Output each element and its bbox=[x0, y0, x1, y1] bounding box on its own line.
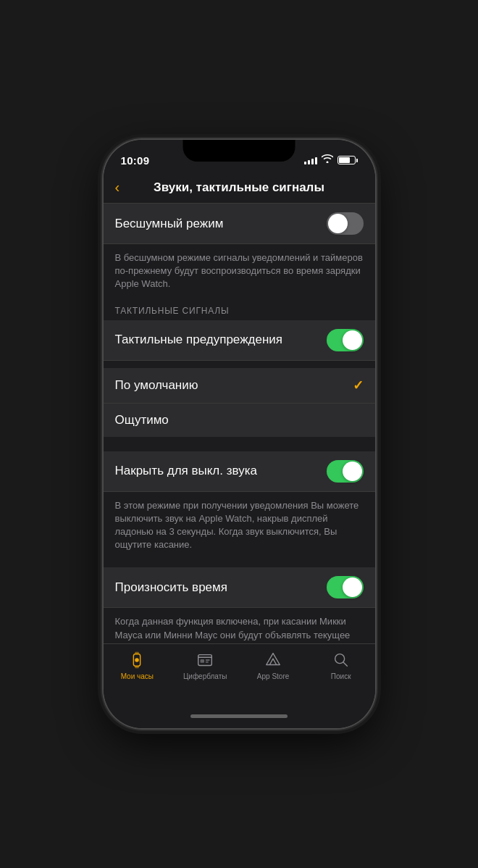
silent-mode-row[interactable]: Бесшумный режим bbox=[104, 204, 375, 244]
default-option-label: По умолчанию bbox=[115, 378, 198, 393]
svg-line-10 bbox=[343, 662, 347, 666]
haptic-alerts-toggle-knob bbox=[343, 330, 362, 350]
back-button[interactable]: ‹ bbox=[115, 180, 120, 196]
my-watch-icon bbox=[127, 650, 147, 670]
cover-to-mute-toggle[interactable] bbox=[327, 460, 364, 483]
svg-rect-8 bbox=[206, 662, 209, 663]
tab-app-store[interactable]: App Store bbox=[251, 650, 295, 680]
tab-watch-faces[interactable]: Циферблаты bbox=[183, 650, 227, 680]
home-bar bbox=[190, 714, 288, 718]
gap-3 bbox=[104, 560, 375, 567]
speak-time-row[interactable]: Произносить время bbox=[104, 567, 375, 608]
tab-watch-faces-label: Циферблаты bbox=[183, 672, 227, 680]
silent-mode-label: Бесшумный режим bbox=[115, 217, 224, 231]
svg-point-3 bbox=[135, 658, 140, 662]
svg-rect-2 bbox=[135, 665, 140, 668]
default-checkmark-icon: ✓ bbox=[353, 377, 364, 393]
haptic-alerts-row[interactable]: Тактильные предупреждения bbox=[104, 320, 375, 361]
watch-faces-icon bbox=[195, 650, 215, 670]
prominent-option-row[interactable]: Ощутимо bbox=[104, 404, 375, 437]
signal-icon bbox=[304, 156, 317, 164]
status-time: 10:09 bbox=[121, 154, 150, 167]
svg-rect-7 bbox=[206, 659, 210, 661]
cover-to-mute-toggle-knob bbox=[343, 462, 362, 481]
speak-time-description: Когда данная функция включена, при касан… bbox=[104, 608, 375, 643]
svg-rect-6 bbox=[201, 659, 205, 663]
phone-frame: 10:09 bbox=[104, 140, 375, 728]
phone-wrapper: 10:09 bbox=[0, 0, 478, 868]
gap-1 bbox=[104, 361, 375, 368]
svg-rect-1 bbox=[135, 652, 140, 655]
svg-point-9 bbox=[335, 654, 344, 664]
haptic-alerts-label: Тактильные предупреждения bbox=[115, 333, 282, 347]
speak-time-label: Произносить время bbox=[115, 580, 227, 595]
cover-to-mute-row[interactable]: Накрыть для выкл. звука bbox=[104, 451, 375, 492]
nav-bar: ‹ Звуки, тактильные сигналы bbox=[104, 172, 375, 204]
haptic-alerts-toggle[interactable] bbox=[327, 329, 364, 351]
tab-search-label: Поиск bbox=[331, 672, 351, 680]
prominent-option-label: Ощутимо bbox=[115, 413, 169, 427]
tab-search[interactable]: Поиск bbox=[319, 650, 363, 680]
gap-2 bbox=[104, 437, 375, 451]
status-icons bbox=[304, 155, 358, 165]
cover-to-mute-label: Накрыть для выкл. звука bbox=[115, 464, 257, 478]
notch bbox=[183, 140, 295, 162]
app-store-icon bbox=[263, 650, 283, 670]
silent-mode-toggle[interactable] bbox=[327, 212, 364, 235]
speak-time-toggle[interactable] bbox=[327, 576, 364, 598]
battery-icon bbox=[337, 156, 358, 164]
default-option-row[interactable]: По умолчанию ✓ bbox=[104, 368, 375, 404]
search-icon bbox=[331, 650, 351, 670]
haptics-section-header: ТАКТИЛЬНЫЕ СИГНАЛЫ bbox=[104, 300, 375, 320]
silent-mode-description: В бесшумном режиме сигналы уведомлений и… bbox=[104, 244, 375, 300]
tab-my-watch-label: Мои часы bbox=[121, 672, 154, 680]
silent-mode-toggle-knob bbox=[328, 214, 348, 233]
home-indicator bbox=[104, 704, 375, 728]
tab-bar: Мои часы Циферблаты bbox=[104, 643, 375, 704]
nav-title: Звуки, тактильные сигналы bbox=[154, 180, 324, 195]
tab-my-watch[interactable]: Мои часы bbox=[115, 650, 159, 680]
back-chevron-icon: ‹ bbox=[115, 179, 120, 196]
cover-to-mute-description: В этом режиме при получении уведомления … bbox=[104, 492, 375, 561]
screen: 10:09 bbox=[104, 140, 375, 728]
content-scroll[interactable]: Бесшумный режим В бесшумном режиме сигна… bbox=[104, 204, 375, 643]
speak-time-toggle-knob bbox=[343, 577, 362, 597]
wifi-icon bbox=[322, 154, 333, 165]
tab-app-store-label: App Store bbox=[257, 672, 289, 680]
